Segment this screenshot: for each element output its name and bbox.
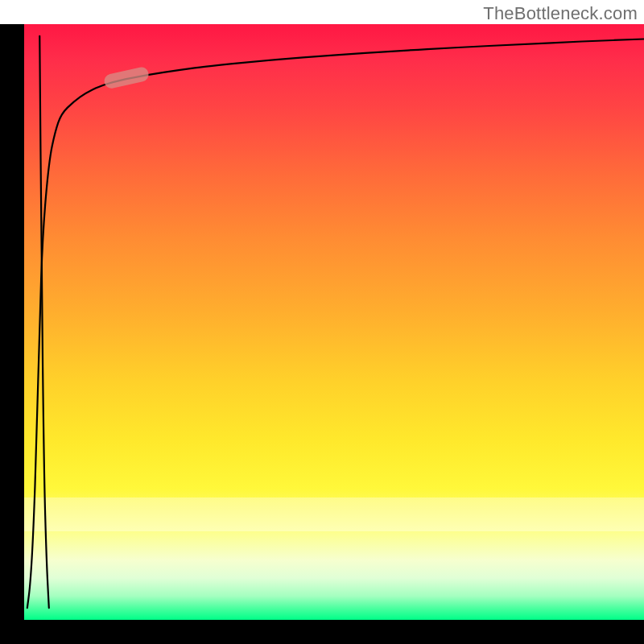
watermark-text: TheBottleneck.com: [483, 3, 638, 24]
bottleneck-curve-path: [27, 39, 644, 609]
curve-svg-layer: [24, 24, 644, 620]
x-axis-bar: [0, 620, 644, 644]
initial-spike-path: [39, 36, 49, 608]
y-axis-bar: [0, 24, 24, 620]
chart-stage: TheBottleneck.com: [0, 0, 644, 644]
curve-marker: [103, 66, 151, 90]
